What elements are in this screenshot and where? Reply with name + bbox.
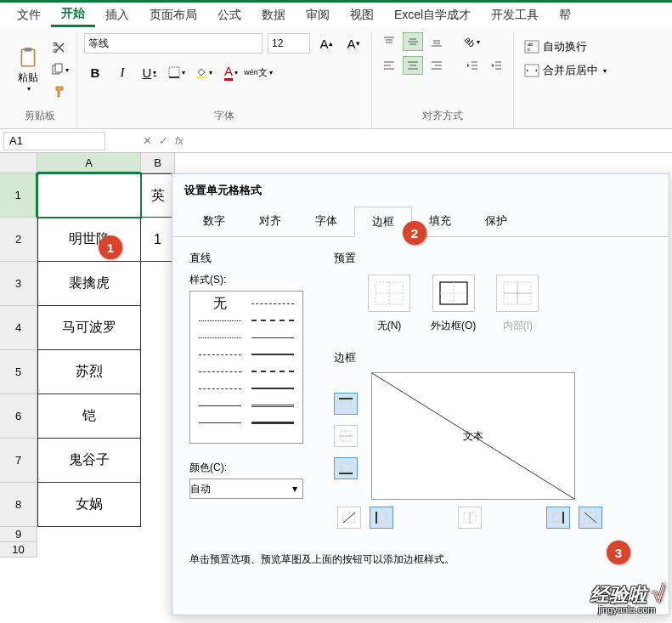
row-header-6[interactable]: 6 bbox=[0, 394, 37, 439]
border-right-button[interactable] bbox=[546, 507, 570, 529]
name-box[interactable] bbox=[3, 132, 105, 150]
row-header-9[interactable]: 9 bbox=[0, 527, 37, 542]
preset-none-button[interactable]: 无(N) bbox=[368, 275, 410, 333]
paste-button[interactable]: 粘贴 ▾ bbox=[10, 40, 46, 99]
wrap-icon: abc bbox=[524, 40, 539, 54]
preset-outline-button[interactable]: 外边框(O) bbox=[431, 275, 476, 333]
select-all-corner[interactable] bbox=[0, 153, 37, 173]
menu-custom[interactable]: Excel自学成才 bbox=[384, 4, 481, 26]
phonetic-button[interactable]: wén文▾ bbox=[247, 61, 269, 83]
tab-font[interactable]: 字体 bbox=[298, 207, 354, 236]
paste-icon bbox=[17, 47, 39, 69]
cut-button[interactable] bbox=[49, 39, 70, 56]
menu-file[interactable]: 文件 bbox=[7, 4, 51, 26]
row-header-3[interactable]: 3 bbox=[0, 262, 37, 306]
svg-rect-8 bbox=[197, 76, 207, 78]
row-header-2[interactable]: 2 bbox=[0, 218, 37, 262]
row-header-5[interactable]: 5 bbox=[0, 350, 37, 394]
decrease-font-button[interactable]: A▾ bbox=[342, 32, 364, 54]
border-top-button[interactable] bbox=[334, 393, 358, 415]
preset-outline-icon bbox=[438, 280, 469, 306]
fx-icon[interactable]: fx bbox=[175, 134, 184, 147]
format-painter-button[interactable] bbox=[49, 83, 70, 100]
cell-a2[interactable]: 明世隐 bbox=[37, 218, 141, 262]
alignment-group: ab▾ 对齐方式 bbox=[372, 32, 514, 128]
cell-b2[interactable]: 1 bbox=[141, 218, 175, 262]
confirm-icon[interactable]: ✓ bbox=[159, 134, 168, 147]
line-style-list[interactable]: 无 bbox=[189, 291, 303, 444]
menu-page-layout[interactable]: 页面布局 bbox=[139, 4, 207, 26]
preset-inside-label: 内部(I) bbox=[503, 319, 533, 333]
col-header-b[interactable]: B bbox=[141, 153, 175, 173]
font-size-select[interactable] bbox=[268, 33, 310, 54]
fill-color-button[interactable]: ▾ bbox=[193, 61, 215, 83]
borders-button[interactable]: ▾ bbox=[166, 61, 188, 83]
copy-button[interactable]: ▾ bbox=[49, 61, 70, 78]
svg-rect-56 bbox=[378, 513, 387, 522]
preset-inside-button[interactable]: 内部(I) bbox=[496, 275, 539, 333]
menu-developer[interactable]: 开发工具 bbox=[481, 4, 549, 26]
increase-indent-button[interactable] bbox=[486, 56, 506, 75]
menu-review[interactable]: 审阅 bbox=[296, 4, 340, 26]
align-top-button[interactable] bbox=[379, 32, 399, 51]
cell-a4[interactable]: 马可波罗 bbox=[37, 306, 141, 350]
cell-a3[interactable]: 裴擒虎 bbox=[37, 262, 141, 306]
orientation-button[interactable]: ab▾ bbox=[462, 32, 483, 51]
align-center-button[interactable] bbox=[403, 56, 423, 75]
menu-home[interactable]: 开始 bbox=[51, 3, 95, 27]
border-section-label: 边框 bbox=[334, 350, 652, 365]
col-header-a[interactable]: A bbox=[37, 153, 141, 173]
align-right-button[interactable] bbox=[426, 56, 447, 75]
tab-alignment[interactable]: 对齐 bbox=[242, 207, 298, 236]
svg-rect-50 bbox=[341, 463, 351, 472]
line-none-label[interactable]: 无 bbox=[194, 295, 246, 312]
border-left-button[interactable] bbox=[370, 507, 393, 529]
cell-a7[interactable]: 鬼谷子 bbox=[37, 439, 141, 483]
cell-b1[interactable]: 英 bbox=[141, 173, 175, 218]
row-header-8[interactable]: 8 bbox=[0, 483, 37, 527]
svg-rect-1 bbox=[25, 48, 32, 51]
align-left-button[interactable] bbox=[379, 56, 399, 75]
cell-a5[interactable]: 苏烈 bbox=[37, 350, 141, 394]
menu-insert[interactable]: 插入 bbox=[95, 4, 139, 26]
menu-data[interactable]: 数据 bbox=[251, 4, 296, 26]
menu-help[interactable]: 帮 bbox=[549, 4, 581, 26]
border-diag-down-button[interactable] bbox=[579, 507, 602, 529]
row-header-7[interactable]: 7 bbox=[0, 439, 37, 483]
preview-text: 文本 bbox=[463, 429, 483, 444]
annotation-badge-3: 3 bbox=[607, 541, 630, 564]
border-hmid-button[interactable] bbox=[334, 425, 358, 447]
decrease-indent-button[interactable] bbox=[462, 56, 483, 75]
annotation-badge-1: 1 bbox=[99, 235, 122, 259]
row-headers: 1 2 3 4 5 6 7 8 9 10 bbox=[0, 173, 37, 558]
border-diag-up-button[interactable] bbox=[337, 507, 361, 529]
cancel-icon[interactable]: ✕ bbox=[143, 134, 152, 147]
italic-button[interactable]: I bbox=[111, 61, 133, 83]
bold-button[interactable]: B bbox=[84, 61, 106, 83]
color-select[interactable]: 自动▾ bbox=[189, 479, 303, 499]
border-vmid-button[interactable] bbox=[458, 507, 482, 529]
increase-font-button[interactable]: A▴ bbox=[315, 32, 337, 54]
cell-a1[interactable] bbox=[37, 173, 141, 218]
tab-number[interactable]: 数字 bbox=[186, 207, 242, 236]
cell-a8[interactable]: 女娲 bbox=[37, 483, 141, 527]
align-bottom-button[interactable] bbox=[426, 32, 447, 51]
border-preview[interactable]: 文本 bbox=[371, 372, 575, 500]
row-header-10[interactable]: 10 bbox=[0, 542, 37, 558]
wrap-text-button[interactable]: abc 自动换行 bbox=[521, 37, 590, 56]
font-family-select[interactable] bbox=[84, 33, 263, 54]
tab-protection[interactable]: 保护 bbox=[468, 207, 524, 236]
font-color-button[interactable]: A▾ bbox=[220, 61, 242, 83]
cell-a6[interactable]: 铠 bbox=[37, 394, 141, 439]
menu-view[interactable]: 视图 bbox=[340, 4, 384, 26]
svg-rect-47 bbox=[341, 400, 351, 409]
underline-button[interactable]: U▾ bbox=[138, 61, 161, 83]
align-middle-button[interactable] bbox=[403, 32, 423, 51]
border-bottom-button[interactable] bbox=[334, 457, 358, 479]
menu-formulas[interactable]: 公式 bbox=[207, 4, 251, 26]
row-header-4[interactable]: 4 bbox=[0, 306, 37, 350]
menubar: 文件 开始 插入 页面布局 公式 数据 审阅 视图 Excel自学成才 开发工具… bbox=[0, 0, 672, 27]
row-header-1[interactable]: 1 bbox=[0, 173, 37, 218]
ribbon: 粘贴 ▾ ▾ 剪贴板 A▴ A▾ B I U▾ ▾ bbox=[0, 27, 672, 129]
merge-center-button[interactable]: 合并后居中 ▾ bbox=[521, 61, 610, 80]
